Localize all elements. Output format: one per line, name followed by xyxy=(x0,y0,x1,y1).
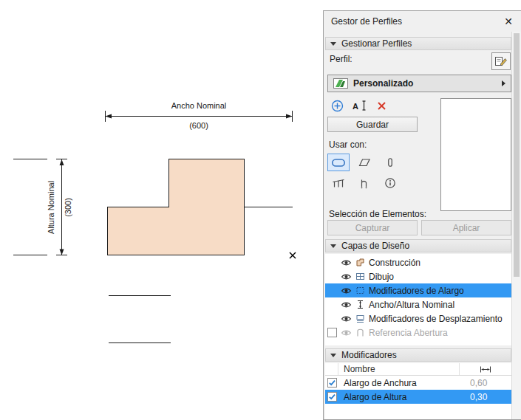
profile-label: Perfil: xyxy=(330,54,353,64)
opening-ref-layer-icon xyxy=(353,328,367,337)
layer-label: Referencia Abertura xyxy=(367,328,448,338)
visibility-eye-icon[interactable] xyxy=(339,259,353,266)
profile-editor-button[interactable] xyxy=(491,52,511,70)
stretch-modifier-layer-icon xyxy=(353,286,367,295)
column-icon xyxy=(384,157,397,168)
modifier-value[interactable]: 0,60 xyxy=(460,378,511,388)
fence-icon xyxy=(332,178,345,188)
delete-x-icon xyxy=(377,101,387,111)
use-with-column-toggle[interactable] xyxy=(379,154,401,171)
plus-circle-icon xyxy=(331,100,344,112)
section-modifiers[interactable]: Modificadores xyxy=(325,348,511,362)
layer-row-stretch-modifiers[interactable]: Modificadores de Alargo xyxy=(325,283,511,297)
chevron-right-icon xyxy=(502,80,505,86)
stretch-value-icon xyxy=(480,365,491,373)
profile-manager-panel: Gestor de Perfiles ✕ Gestionar Perfiles … xyxy=(323,10,521,420)
visibility-eye-icon[interactable] xyxy=(339,273,353,280)
rename-profile-button[interactable]: A xyxy=(352,99,367,112)
stretch-hotspot-x-icon[interactable] xyxy=(290,252,296,258)
dim-arrow-top xyxy=(60,159,64,165)
width-dimension-value: (600) xyxy=(189,121,208,130)
height-dimension-label: Altura Nominal xyxy=(47,181,55,234)
visibility-eye-icon[interactable] xyxy=(339,315,353,323)
panel-titlebar: Gestor de Perfiles ✕ xyxy=(324,11,521,32)
use-with-railing-toggle[interactable] xyxy=(353,174,375,192)
dim-arrow-bottom xyxy=(60,249,64,255)
use-with-roof-toggle[interactable] xyxy=(353,154,375,171)
apply-button[interactable]: Aplicar xyxy=(421,220,511,235)
close-icon[interactable]: ✕ xyxy=(501,14,516,29)
use-with-info-button[interactable] xyxy=(379,174,401,192)
offset-modifier-layer-icon xyxy=(353,314,367,323)
layer-label: Dibujo xyxy=(367,272,394,282)
profile-shape[interactable] xyxy=(108,159,245,255)
section-modifiers-label: Modificadores xyxy=(341,350,397,360)
modifier-checkbox[interactable] xyxy=(325,392,338,402)
layer-label: Modificadores de Alargo xyxy=(367,286,464,296)
height-dimension: Altura Nominal (300) xyxy=(47,159,72,255)
profile-toolbar: A xyxy=(330,99,389,112)
section-manage-profiles[interactable]: Gestionar Perfiles xyxy=(325,37,511,50)
save-button[interactable]: Guardar xyxy=(327,117,418,132)
modifier-name: Alargo de Anchura xyxy=(338,378,460,388)
nominal-size-layer-icon xyxy=(353,300,367,309)
visibility-eye-icon[interactable] xyxy=(339,301,353,309)
layer-checkbox[interactable] xyxy=(325,328,339,337)
checkbox-column-header xyxy=(325,363,338,375)
capture-apply-row: Capturar Aplicar xyxy=(327,220,511,235)
collapse-triangle-icon xyxy=(330,244,336,248)
value-column-header xyxy=(460,363,511,375)
width-dimension-label: Ancho Nominal xyxy=(171,101,227,110)
profile-select[interactable]: Personalizado xyxy=(327,75,511,92)
svg-text:A: A xyxy=(353,102,358,111)
dim-arrow-right xyxy=(286,114,293,119)
drawing-layer-icon xyxy=(353,272,367,281)
section-layers-label: Capas de Diseño xyxy=(341,241,409,251)
layer-row-construction[interactable]: Construcción xyxy=(325,255,511,269)
modifier-row-height-stretch[interactable]: Alargo de Altura 0,30 xyxy=(325,390,511,404)
use-with-grid xyxy=(327,154,401,192)
new-profile-button[interactable] xyxy=(330,99,345,112)
layer-label: Modificadores de Desplazamiento xyxy=(367,314,503,324)
profile-manager-screen: Ancho Nominal (600) Altura Nominal (300)… xyxy=(0,0,521,420)
layer-row-drawing[interactable]: Dibujo xyxy=(325,269,511,283)
pencil-document-icon xyxy=(494,55,508,67)
modifiers-table: Nombre Alargo de Anchura 0,60 xyxy=(325,363,511,419)
panel-scrollbar[interactable] xyxy=(511,32,521,419)
modifier-name: Alargo de Altura xyxy=(338,392,460,402)
profile-preview-box xyxy=(440,98,511,211)
visibility-eye-icon-disabled[interactable] xyxy=(339,329,353,337)
element-selection-label: Selección de Elementos: xyxy=(329,209,426,219)
delete-profile-button[interactable] xyxy=(374,99,389,112)
profile-selected-value: Personalizado xyxy=(353,78,413,89)
railing-icon xyxy=(358,178,370,189)
info-icon xyxy=(384,177,396,189)
layer-label: Ancho/Altura Nominal xyxy=(367,300,454,310)
use-with-label: Usar con: xyxy=(329,140,367,150)
scrollbar-thumb[interactable] xyxy=(514,33,520,277)
section-design-layers[interactable]: Capas de Diseño xyxy=(325,239,511,252)
modifier-row-width-stretch[interactable]: Alargo de Anchura 0,60 xyxy=(325,376,511,390)
roof-icon xyxy=(358,157,371,168)
layer-row-opening-reference[interactable]: Referencia Abertura xyxy=(325,326,511,340)
dim-arrow-left xyxy=(106,114,112,119)
profile-thumbnail-icon xyxy=(333,78,348,89)
height-dimension-value: (300) xyxy=(64,198,72,217)
use-with-fence-toggle[interactable] xyxy=(327,174,350,192)
use-with-wall-toggle[interactable] xyxy=(327,154,350,171)
section-manage-label: Gestionar Perfiles xyxy=(341,38,412,49)
collapse-triangle-icon xyxy=(330,354,336,357)
modifier-value[interactable]: 0,30 xyxy=(460,392,511,402)
wall-icon xyxy=(331,157,346,168)
layer-row-offset-modifiers[interactable]: Modificadores de Desplazamiento xyxy=(325,311,511,326)
visibility-eye-icon[interactable] xyxy=(339,287,353,295)
layer-label: Construcción xyxy=(367,258,420,268)
construction-layer-icon xyxy=(353,258,367,267)
width-dimension: Ancho Nominal (600) xyxy=(106,101,293,130)
design-layers-list: Construcción Dibujo xyxy=(325,254,511,345)
modifier-checkbox[interactable] xyxy=(325,378,338,388)
rename-cursor-icon: A xyxy=(353,100,367,111)
profile-canvas: Ancho Nominal (600) Altura Nominal (300) xyxy=(0,0,323,420)
capture-button[interactable]: Capturar xyxy=(327,220,418,235)
layer-row-nominal-size[interactable]: Ancho/Altura Nominal xyxy=(325,297,511,311)
